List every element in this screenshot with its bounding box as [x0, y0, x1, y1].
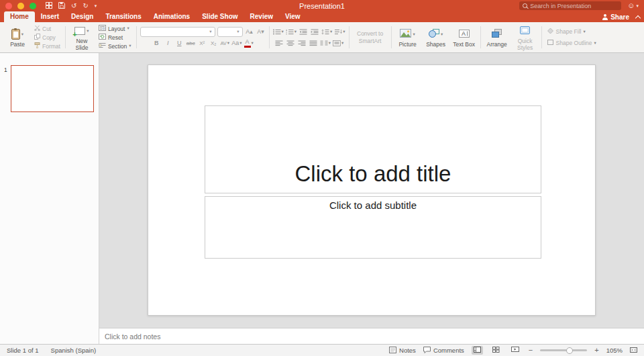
save-icon[interactable] — [58, 2, 65, 10]
change-case-button[interactable]: Aa▾ — [231, 39, 241, 48]
share-person-icon — [602, 14, 608, 20]
notes-pane[interactable]: Click to add notes — [99, 328, 644, 344]
picture-button[interactable]: ▾ Picture — [395, 27, 421, 48]
tab-design[interactable]: Design — [65, 11, 99, 22]
font-size-combo[interactable]: ▾ — [217, 27, 243, 37]
shape-fill-button[interactable]: Shape Fill▾ — [545, 28, 598, 36]
font-name-combo[interactable]: ▾ — [140, 27, 215, 37]
section-button[interactable]: Section▾ — [97, 42, 133, 50]
picture-icon — [400, 29, 411, 40]
subtitle-placeholder[interactable]: Click to add subtitle — [205, 196, 541, 259]
line-spacing-button[interactable]: ▾ — [321, 27, 332, 36]
zoom-out-button[interactable]: − — [529, 347, 533, 354]
columns-dropdown-icon: ▾ — [329, 41, 331, 46]
cut-button[interactable]: Cut — [33, 25, 62, 33]
redo-icon[interactable]: ↻ — [83, 3, 88, 9]
collapse-ribbon-icon[interactable] — [635, 15, 641, 20]
close-button[interactable] — [5, 3, 12, 9]
comments-toggle-button[interactable]: Comments — [423, 347, 464, 355]
decrease-font-size-button[interactable]: A▾ — [256, 27, 266, 36]
traffic-lights — [5, 3, 36, 9]
paste-dropdown-icon[interactable]: ▾ — [21, 32, 23, 37]
subscript-button[interactable]: X₂ — [209, 39, 218, 48]
feedback-smiley-icon[interactable]: ☺▾ — [627, 2, 639, 9]
layout-label: Layout — [108, 26, 125, 32]
minimize-button[interactable] — [17, 3, 24, 9]
tab-review[interactable]: Review — [244, 11, 279, 22]
notes-icon — [389, 347, 396, 355]
shapes-icon — [429, 29, 439, 40]
fit-slide-to-window-button[interactable] — [630, 347, 637, 355]
format-label: Format — [42, 43, 60, 50]
normal-view-button[interactable] — [472, 346, 483, 355]
quick-styles-button[interactable]: Quick Styles — [513, 24, 538, 52]
new-slide-button[interactable]: ▾ New Slide — [69, 24, 95, 52]
tab-view[interactable]: View — [279, 11, 307, 22]
apps-grid-icon[interactable] — [46, 2, 52, 10]
share-button[interactable]: Share — [602, 13, 629, 21]
change-case-glyph: Aa — [231, 40, 239, 46]
tab-insert[interactable]: Insert — [35, 11, 65, 22]
convert-to-smartart-button[interactable]: Convert to SmartArt — [353, 30, 388, 44]
quick-styles-icon — [520, 26, 530, 36]
tab-animations[interactable]: Animations — [148, 11, 196, 22]
numbering-button[interactable]: ▾ — [286, 27, 297, 36]
align-left-button[interactable] — [274, 38, 284, 48]
format-painter-button[interactable]: Format — [33, 42, 62, 50]
slide-show-view-button[interactable] — [509, 346, 521, 355]
text-box-button[interactable]: A Text Box — [451, 27, 477, 48]
search-box[interactable] — [519, 1, 621, 10]
font-color-button[interactable]: A▾ — [244, 39, 254, 48]
language-indicator[interactable]: Spanish (Spain) — [51, 347, 97, 354]
arrange-button[interactable]: Arrange — [484, 27, 510, 48]
align-right-button[interactable] — [297, 38, 307, 48]
zoom-level[interactable]: 105% — [606, 347, 623, 354]
increase-font-size-button[interactable]: A▴ — [245, 27, 254, 36]
layout-button[interactable]: Layout▾ — [97, 25, 133, 33]
new-slide-dropdown-icon[interactable]: ▾ — [87, 29, 89, 34]
underline-button[interactable]: U — [174, 39, 184, 48]
justify-button[interactable] — [309, 38, 318, 48]
strikethrough-button[interactable]: abc — [186, 39, 195, 48]
copy-button[interactable]: Copy — [33, 34, 62, 42]
tab-transitions[interactable]: Transitions — [99, 11, 147, 22]
slide-canvas[interactable]: Click to add title Click to add subtitle — [99, 53, 644, 328]
bullets-button[interactable]: ▾ — [273, 27, 284, 36]
shape-outline-button[interactable]: Shape Outline▾ — [545, 39, 598, 47]
align-center-button[interactable] — [286, 38, 295, 48]
cut-label: Cut — [42, 26, 51, 32]
slide[interactable]: Click to add title Click to add subtitle — [148, 64, 596, 316]
columns-button[interactable]: ▾ — [320, 38, 331, 48]
superscript-button[interactable]: X² — [197, 39, 207, 48]
align-text-button[interactable]: ▾ — [333, 38, 343, 48]
increase-indent-button[interactable] — [310, 27, 319, 36]
titlebar-right: ☺▾ — [519, 1, 639, 10]
tab-home[interactable]: Home — [4, 11, 35, 22]
character-spacing-glyph: AV — [220, 41, 226, 46]
search-input[interactable] — [530, 3, 617, 9]
shapes-button[interactable]: ▾ Shapes — [423, 27, 449, 48]
picture-dropdown-icon: ▾ — [413, 32, 415, 37]
bold-button[interactable]: B — [152, 39, 161, 48]
reset-button[interactable]: Reset — [97, 34, 133, 42]
svg-text:A: A — [462, 30, 466, 37]
notes-placeholder-text: Click to add notes — [105, 332, 160, 341]
zoom-in-button[interactable]: + — [594, 347, 598, 354]
notes-toggle-button[interactable]: Notes — [389, 347, 416, 355]
text-direction-button[interactable]: ▾ — [334, 27, 345, 36]
paste-button[interactable]: ▾ Paste — [5, 27, 30, 48]
zoom-slider-thumb[interactable] — [566, 347, 573, 354]
tab-slide-show[interactable]: Slide Show — [196, 11, 244, 22]
shape-fill-label: Shape Fill — [556, 28, 582, 35]
decrease-indent-button[interactable] — [299, 27, 308, 36]
quick-access-chevron-icon[interactable]: ▾ — [95, 3, 97, 8]
undo-icon[interactable]: ↺ — [71, 3, 76, 9]
character-spacing-button[interactable]: AV▾ — [220, 39, 229, 48]
zoom-slider[interactable] — [540, 349, 587, 351]
italic-button[interactable]: I — [163, 39, 172, 48]
slide-thumbnail[interactable] — [11, 65, 94, 112]
shapes-dropdown-icon: ▾ — [441, 32, 443, 37]
fullscreen-button[interactable] — [30, 3, 36, 9]
title-placeholder[interactable]: Click to add title — [205, 105, 541, 193]
slide-sorter-view-button[interactable] — [490, 346, 502, 355]
